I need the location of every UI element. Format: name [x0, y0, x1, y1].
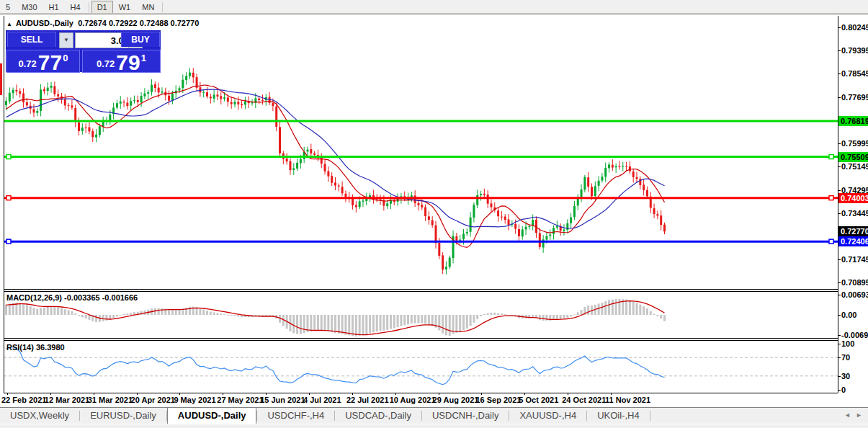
date-tick-mark: [179, 393, 180, 395]
date-label: 24 Oct 2021: [562, 396, 606, 404]
price-tick-mark: [838, 213, 841, 214]
price-tick-label: 0.73445: [841, 209, 868, 218]
price-tick-label: 0.71745: [841, 255, 868, 264]
macd-label: MACD(12,26,9) -0.003365 -0.001666: [6, 293, 138, 302]
price-tick-mark: [838, 259, 841, 260]
price-tick-label: 0.79395: [841, 46, 868, 55]
tab-separator: [650, 411, 650, 421]
clipped-candle: [0, 63, 2, 95]
timeframe-toolbar: 5M30H1H4D1W1MN: [0, 0, 868, 14]
price-tick-label: 0.75145: [841, 162, 868, 171]
date-tick-mark: [50, 393, 51, 395]
price-tick-label: 0.80245: [841, 23, 868, 32]
rsi-tick-mark: [838, 344, 841, 344]
rsi-tick-mark: [838, 390, 841, 391]
date-label: 27 May 2021: [217, 396, 263, 404]
date-label: 22 Jul 2021: [346, 396, 389, 404]
date-label: 10 Aug 2021: [390, 396, 436, 404]
price-tick-label: 0.75995: [841, 139, 868, 148]
tabs-scroll-left-icon[interactable]: ◄: [844, 411, 851, 419]
status-bar-strip: [0, 424, 868, 428]
price-level-tag: 0.75509: [838, 152, 868, 162]
price-level-tag: 0.74003: [838, 193, 868, 203]
tab-usdchf-h4[interactable]: USDCHF-,H4: [257, 408, 334, 424]
price-tick-mark: [838, 166, 841, 167]
timeframe-button-m30[interactable]: M30: [16, 1, 42, 14]
price-tick-label: 0.70895: [841, 278, 868, 287]
date-tick-mark: [611, 393, 612, 395]
macd-tick-mark: [838, 295, 841, 295]
date-label: 4 Jul 2021: [303, 396, 341, 404]
price-tick-mark: [838, 50, 841, 51]
macd-tick-mark: [838, 335, 841, 336]
rsi-line: [6, 347, 665, 385]
tab-usdcad-daily[interactable]: USDCAD-,Daily: [335, 408, 421, 424]
timeframe-button-5[interactable]: 5: [0, 1, 16, 14]
chart-tabs-bar: USDX,WeeklyEURUSD-,DailyAUDUSD-,DailyUSD…: [0, 407, 868, 424]
price-tick-mark: [838, 27, 841, 28]
timeframe-button-h4[interactable]: H4: [65, 1, 86, 14]
date-label: 9 May 2021: [174, 396, 215, 404]
date-label: 5 Oct 2021: [519, 396, 558, 404]
date-label: 16 Sep 2021: [475, 396, 521, 404]
timeframe-button-d1[interactable]: D1: [91, 1, 113, 14]
candles: [5, 68, 666, 275]
date-label: 29 Aug 2021: [433, 396, 479, 404]
pane-separator[interactable]: [4, 289, 838, 290]
mt4-application-window: 5M30H1H4D1W1MN ▲AUDUSD-,Daily 0.72674 0.…: [0, 0, 868, 428]
price-tick-mark: [838, 190, 841, 191]
chart-left-border: [4, 16, 4, 393]
rsi-tick-mark: [838, 376, 841, 377]
date-tick-mark: [439, 393, 439, 395]
price-tick-label: 0.77695: [841, 93, 868, 102]
price-chart-canvas[interactable]: [4, 16, 838, 289]
time-axis-line: [4, 393, 838, 393]
macd-tick-label: 0.00: [841, 311, 856, 320]
price-level-tag: 0.72770: [838, 226, 868, 236]
timeframe-button-mn[interactable]: MN: [136, 1, 160, 14]
date-tick-mark: [137, 393, 138, 395]
price-tick-mark: [838, 97, 841, 98]
tabs-scroll-right-icon[interactable]: ►: [856, 411, 862, 419]
macd-tick-label: 0.006936: [841, 290, 868, 300]
price-axis-line[interactable]: [838, 16, 838, 393]
date-tick-mark: [395, 393, 396, 395]
tab-ukoil-h4[interactable]: UKOil-,H4: [587, 408, 650, 424]
tab-usdx-weekly[interactable]: USDX,Weekly: [0, 408, 79, 424]
date-tick-mark: [481, 393, 482, 395]
toolbar-separator: [89, 2, 89, 12]
rsi-tick-label: 100: [841, 339, 854, 349]
price-tick-mark: [838, 143, 841, 144]
price-tick-mark: [838, 282, 841, 283]
date-tick-mark: [568, 393, 568, 395]
date-label: 31 Mar 2021: [88, 396, 133, 404]
rsi-tick-label: 0: [841, 385, 846, 395]
rsi-tick-label: 70: [841, 353, 850, 362]
tab-audusd-daily[interactable]: AUDUSD-,Daily: [167, 407, 257, 424]
date-tick-mark: [223, 393, 223, 395]
date-label: 11 Nov 2021: [605, 396, 650, 404]
rsi-tick-mark: [838, 357, 841, 358]
date-label: 15 Jun 2021: [260, 396, 305, 404]
tab-eurusd-daily[interactable]: EURUSD-,Daily: [80, 408, 166, 424]
date-tick-mark: [309, 393, 310, 395]
price-level-tag: 0.76819: [838, 116, 868, 126]
horizontal-level-lines[interactable]: [4, 121, 838, 244]
date-label: 22 Feb 2021: [1, 396, 46, 404]
date-tick-mark: [352, 393, 353, 395]
date-label: 12 Mar 2021: [45, 396, 89, 404]
pane-separator[interactable]: [4, 338, 838, 339]
price-level-tag: 0.72406: [838, 236, 868, 246]
timeframe-button-h1[interactable]: H1: [43, 1, 65, 14]
price-tick-label: 0.78545: [841, 69, 868, 79]
timeframe-button-w1[interactable]: W1: [113, 1, 137, 14]
toolbar-separator: [162, 2, 163, 12]
rsi-indicator-canvas[interactable]: [4, 341, 838, 393]
tab-xauusd-h4[interactable]: XAUUSD-,H4: [509, 408, 586, 424]
date-tick-mark: [266, 393, 267, 395]
date-tick-mark: [94, 393, 94, 395]
price-tick-mark: [838, 73, 841, 74]
tab-usdcnh-daily[interactable]: USDCNH-,Daily: [422, 408, 509, 424]
rsi-label: RSI(14) 36.3980: [6, 343, 65, 352]
rsi-tick-label: 30: [841, 372, 850, 381]
